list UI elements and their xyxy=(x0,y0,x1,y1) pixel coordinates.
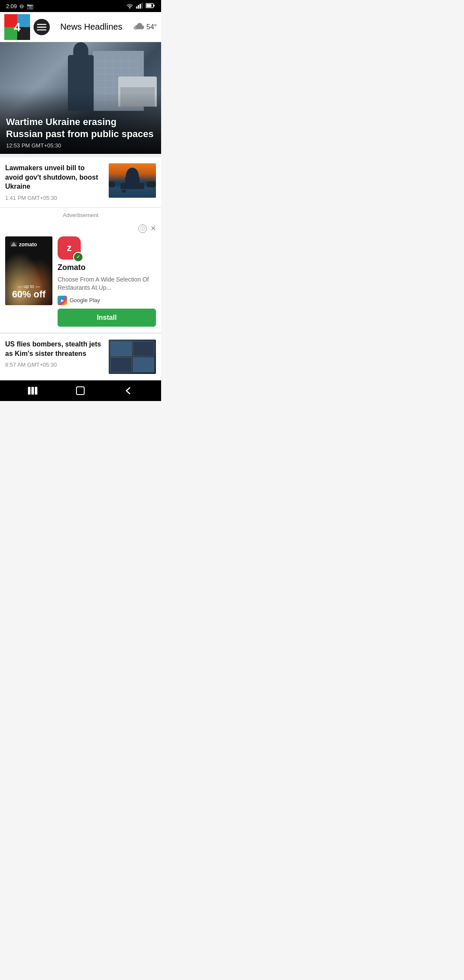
svg-rect-19 xyxy=(147,181,156,187)
monitor-cell-3 xyxy=(110,357,132,372)
zomato-letter: z xyxy=(67,242,72,254)
temperature: 54° xyxy=(147,23,157,31)
monitor-cell-1 xyxy=(110,341,132,356)
app-bar: 4 News Headlines 54° xyxy=(0,12,161,42)
status-bar: 2:09 ⊖ 📷 xyxy=(0,0,161,12)
spacer-1 xyxy=(0,154,161,157)
ad-label: Advertisement xyxy=(0,208,161,221)
hero-article[interactable]: Wartime Ukraine erasing Russian past fro… xyxy=(0,42,161,154)
cloud-icon xyxy=(133,22,145,32)
install-button[interactable]: Install xyxy=(58,309,156,327)
hero-text-area: Wartime Ukraine erasing Russian past fro… xyxy=(0,109,161,154)
svg-rect-14 xyxy=(37,27,46,28)
ad-discount-value: 60% off xyxy=(12,290,46,299)
ad-banner-logo: zomato xyxy=(10,242,37,248)
svg-rect-22 xyxy=(130,175,135,178)
svg-rect-5 xyxy=(154,5,155,6)
news-thumbnail xyxy=(109,163,156,198)
channel-logo: 4 xyxy=(4,14,30,40)
ad-store-name: Google Play xyxy=(70,297,100,303)
news-item-headline: Lawmakers unveil bill to avoid gov't shu… xyxy=(5,163,104,191)
status-left: 2:09 ⊖ 📷 xyxy=(6,3,34,9)
ad-banner-logo-text: zomato xyxy=(19,242,37,248)
ad-container: ⓘ ✕ zomato — up to — 60% off xyxy=(0,221,161,333)
news-item-text-2: US flies bombers, stealth jets as Kim's … xyxy=(5,340,104,368)
svg-rect-17 xyxy=(109,187,156,198)
monitor-cell-4 xyxy=(133,357,154,372)
svg-rect-20 xyxy=(125,177,140,185)
ad-right-panel: z Zomato Choose From A Wide Selection Of… xyxy=(58,236,156,327)
svg-rect-1 xyxy=(138,5,139,9)
news-item[interactable]: Lawmakers unveil bill to avoid gov't shu… xyxy=(0,157,161,208)
notification-icon: 📷 xyxy=(27,3,34,9)
nav-recents-button[interactable] xyxy=(24,382,41,399)
svg-rect-13 xyxy=(37,24,46,24)
zomato-safe-badge xyxy=(73,252,83,262)
zomato-icon-container: z xyxy=(58,236,81,260)
dnd-icon: ⊖ xyxy=(19,3,24,9)
svg-rect-15 xyxy=(37,29,46,30)
ad-controls: ⓘ ✕ xyxy=(5,224,156,233)
thumbnail-korea-image xyxy=(109,340,156,374)
news-item-headline-2: US flies bombers, stealth jets as Kim's … xyxy=(5,340,104,358)
news-item-text: Lawmakers unveil bill to avoid gov't shu… xyxy=(5,163,104,201)
ad-description: Choose From A Wide Selection Of Restaura… xyxy=(58,276,156,292)
page-title: News Headlines xyxy=(53,22,129,32)
hero-headline: Wartime Ukraine erasing Russian past fro… xyxy=(6,116,155,140)
ad-google-play: Google Play xyxy=(58,296,156,305)
status-right xyxy=(126,3,155,10)
menu-button[interactable] xyxy=(34,19,50,35)
ad-app-name: Zomato xyxy=(58,263,156,272)
news-item-2[interactable]: US flies bombers, stealth jets as Kim's … xyxy=(0,334,161,380)
svg-rect-6 xyxy=(147,4,152,7)
svg-rect-3 xyxy=(141,3,143,9)
advertisement-section: Advertisement ⓘ ✕ zomato — up to xyxy=(0,208,161,333)
time: 2:09 xyxy=(6,3,17,9)
ad-logo-icon xyxy=(10,242,17,248)
svg-rect-28 xyxy=(31,387,34,395)
svg-rect-27 xyxy=(28,387,31,395)
svg-rect-2 xyxy=(140,4,141,9)
weather-widget: 54° xyxy=(133,22,157,32)
ad-banner-image[interactable]: zomato — up to — 60% off xyxy=(5,236,52,305)
nav-back-button[interactable] xyxy=(120,382,137,399)
svg-point-21 xyxy=(127,171,137,183)
wifi-icon xyxy=(126,3,134,10)
svg-rect-0 xyxy=(136,6,137,9)
battery-icon xyxy=(146,3,155,9)
ad-close-button[interactable]: ✕ xyxy=(150,225,156,232)
bottom-nav xyxy=(0,380,161,401)
news-item-time: 1:41 PM GMT+05:30 xyxy=(5,195,104,201)
monitor-cell-2 xyxy=(133,341,154,356)
google-play-icon xyxy=(58,296,67,305)
news-thumbnail-2 xyxy=(109,340,156,374)
nav-home-button[interactable] xyxy=(72,382,89,399)
svg-rect-30 xyxy=(76,387,84,395)
news-section-2: US flies bombers, stealth jets as Kim's … xyxy=(0,334,161,380)
news-item-time-2: 8:57 AM GMT+05:30 xyxy=(5,361,104,368)
hero-timestamp: 12:53 PM GMT+05:30 xyxy=(6,142,155,149)
svg-text:4: 4 xyxy=(14,21,21,34)
thumbnail-capitol-image xyxy=(109,163,156,198)
svg-rect-18 xyxy=(109,181,115,187)
svg-rect-29 xyxy=(35,387,37,395)
ad-content: zomato — up to — 60% off z Zomato Choose… xyxy=(5,236,156,327)
signal-icon xyxy=(136,3,143,10)
news-section: Lawmakers unveil bill to avoid gov't shu… xyxy=(0,157,161,208)
svg-point-25 xyxy=(123,190,126,191)
monitor-grid xyxy=(110,341,154,372)
ad-info-button[interactable]: ⓘ xyxy=(138,224,147,233)
